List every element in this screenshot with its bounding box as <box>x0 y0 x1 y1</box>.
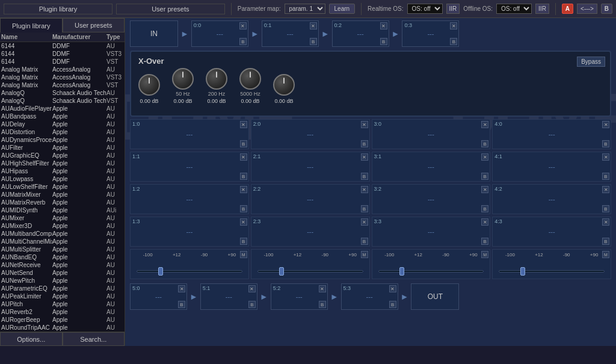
top-channel-2-x-btn[interactable]: ✕ <box>380 22 387 29</box>
fader-track-0[interactable] <box>137 270 242 273</box>
plugin-library-tab-left[interactable]: Plugin library <box>0 18 63 32</box>
offline-iir-button[interactable]: IIR <box>535 4 549 14</box>
list-item[interactable]: AUFilterAppleAU <box>0 144 125 152</box>
list-item[interactable]: 6144DDMFAU <box>0 42 125 50</box>
list-item[interactable]: AUMatrixMixerAppleAU <box>0 191 125 199</box>
cell-4-3-x[interactable]: ✕ <box>602 218 609 226</box>
ab-b-button[interactable]: B <box>601 4 612 14</box>
top-channel-1-x-btn[interactable]: ✕ <box>310 22 317 29</box>
list-item[interactable]: AUHighShelfFilterAppleAU <box>0 159 125 167</box>
knob-0[interactable] <box>138 74 160 96</box>
cell-3-3-x[interactable]: ✕ <box>481 218 488 226</box>
list-item[interactable]: AUNewPitchAppleAU <box>0 277 125 285</box>
list-item[interactable]: AURogerBeepAppleAU <box>0 316 125 324</box>
list-item[interactable]: 6144DDMFVST <box>0 58 125 66</box>
list-item[interactable]: AURoundTripAACAppleAU <box>0 324 125 332</box>
plugin-list[interactable]: 6144DDMFAU6144DDMFVST36144DDMFVSTAnalog … <box>0 42 125 332</box>
fader-m-btn-0[interactable]: M <box>240 251 247 258</box>
cell-1-1-x[interactable]: ✕ <box>240 153 247 161</box>
knob-4[interactable] <box>273 74 295 96</box>
list-item[interactable]: AUMatrixReverbAppleAU <box>0 199 125 206</box>
list-item[interactable]: AUBandpassAppleAU <box>0 113 125 120</box>
cell-4-2-b[interactable]: B <box>602 205 609 212</box>
bottom-channel-2-b[interactable]: B <box>319 301 326 308</box>
cell-2-0-x[interactable]: ✕ <box>361 121 368 128</box>
bottom-channel-0-x[interactable]: ✕ <box>178 285 185 292</box>
cell-4-1-b[interactable]: B <box>602 173 609 180</box>
fader-thumb-0[interactable] <box>158 267 163 276</box>
options-button[interactable]: Options... <box>0 332 63 346</box>
list-item[interactable]: Analog MatrixAccessAnalogVST3 <box>0 73 125 81</box>
cell-2-2-x[interactable]: ✕ <box>361 186 368 193</box>
fader-track-3[interactable] <box>499 270 605 273</box>
bottom-channel-2-x[interactable]: ✕ <box>319 285 326 292</box>
cell-1-0-x[interactable]: ✕ <box>240 121 247 128</box>
cell-4-2-x[interactable]: ✕ <box>602 186 609 193</box>
list-item[interactable]: AUReverb2AppleAU <box>0 308 125 316</box>
cell-3-2-b[interactable]: B <box>481 205 488 212</box>
list-item[interactable]: AUMIDISynthAppleAUi <box>0 206 125 214</box>
fader-thumb-2[interactable] <box>399 267 404 276</box>
bottom-channel-1-b[interactable]: B <box>248 301 256 308</box>
bypass-button[interactable]: Bypass <box>577 57 605 67</box>
top-channel-0-b-btn[interactable]: B <box>239 38 247 45</box>
cell-3-1-x[interactable]: ✕ <box>481 153 488 161</box>
top-channel-1-b-btn[interactable]: B <box>310 38 317 45</box>
list-item[interactable]: AULowpassAppleAU <box>0 175 125 183</box>
cell-3-1-b[interactable]: B <box>481 173 488 180</box>
parameter-map-select[interactable]: param. 1 <box>285 4 325 14</box>
list-item[interactable]: AUMultiChannelMixerAppleAU <box>0 238 125 245</box>
cell-1-3-b[interactable]: B <box>240 238 247 245</box>
cell-2-0-b[interactable]: B <box>361 140 368 147</box>
list-item[interactable]: AULowShelfFilterAppleAU <box>0 183 125 191</box>
cell-4-0-b[interactable]: B <box>602 140 609 147</box>
list-item[interactable]: AnalogQSchaack Audio Tech...AU <box>0 89 125 97</box>
list-item[interactable]: AUDynamicsProcessorAppleAU <box>0 136 125 144</box>
cell-1-2-x[interactable]: ✕ <box>240 186 247 193</box>
search-button[interactable]: Search... <box>63 332 125 346</box>
list-item[interactable]: AUNetSendAppleAU <box>0 269 125 277</box>
fader-track-2[interactable] <box>378 270 484 273</box>
cell-4-0-x[interactable]: ✕ <box>602 121 609 128</box>
list-item[interactable]: AUMultibandCompre...AppleAU <box>0 230 125 238</box>
cell-1-0-b[interactable]: B <box>240 140 247 147</box>
cell-3-2-x[interactable]: ✕ <box>481 186 488 193</box>
list-item[interactable]: AUPitchAppleAU <box>0 300 125 308</box>
list-item[interactable]: 6144DDMFVST3 <box>0 50 125 58</box>
top-channel-2-b-btn[interactable]: B <box>380 38 387 45</box>
realtime-os-select[interactable]: OS: off <box>407 4 443 14</box>
cell-3-0-b[interactable]: B <box>481 140 488 147</box>
list-item[interactable]: AUNBandEQAppleAU <box>0 253 125 261</box>
plugin-library-tab[interactable]: Plugin library <box>4 4 112 14</box>
bottom-channel-3-b[interactable]: B <box>389 301 396 308</box>
cell-4-3-b[interactable]: B <box>602 238 609 245</box>
fader-thumb-1[interactable] <box>279 267 284 276</box>
top-channel-0-x-btn[interactable]: ✕ <box>239 22 247 29</box>
cell-1-2-b[interactable]: B <box>240 205 247 212</box>
list-item[interactable]: AUDistortionAppleAU <box>0 128 125 136</box>
fader-m-btn-2[interactable]: M <box>481 251 488 258</box>
cell-1-1-b[interactable]: B <box>240 173 247 180</box>
cell-2-1-x[interactable]: ✕ <box>361 153 368 161</box>
learn-button[interactable]: Learn <box>329 4 356 14</box>
cell-3-0-x[interactable]: ✕ <box>481 121 488 128</box>
offline-os-select[interactable]: OS: off <box>496 4 532 14</box>
knob-1[interactable] <box>172 68 194 90</box>
list-item[interactable]: AUHipassAppleAU <box>0 167 125 175</box>
knob-2[interactable] <box>206 68 227 90</box>
fader-track-1[interactable] <box>257 270 363 273</box>
cell-1-3-x[interactable]: ✕ <box>240 218 247 226</box>
realtime-iir-button[interactable]: IIR <box>446 4 460 14</box>
cell-3-3-b[interactable]: B <box>481 238 488 245</box>
bottom-channel-0-b[interactable]: B <box>178 301 185 308</box>
list-item[interactable]: AUMixer3DAppleAU <box>0 222 125 230</box>
list-item[interactable]: AnalogQSchaack Audio Tech...VST <box>0 97 125 105</box>
cell-2-3-x[interactable]: ✕ <box>361 218 368 226</box>
list-item[interactable]: AUMixerAppleAU <box>0 214 125 222</box>
ab-arrow-button[interactable]: <---> <box>577 4 597 14</box>
list-item[interactable]: AUNetReceiveAppleAU <box>0 261 125 269</box>
list-item[interactable]: Analog MatrixAccessAnalogAU <box>0 66 125 73</box>
user-presets-tab[interactable]: User presets <box>116 4 225 14</box>
list-item[interactable]: AUAudioFilePlayerAppleAU <box>0 105 125 113</box>
cell-2-3-b[interactable]: B <box>361 238 368 245</box>
